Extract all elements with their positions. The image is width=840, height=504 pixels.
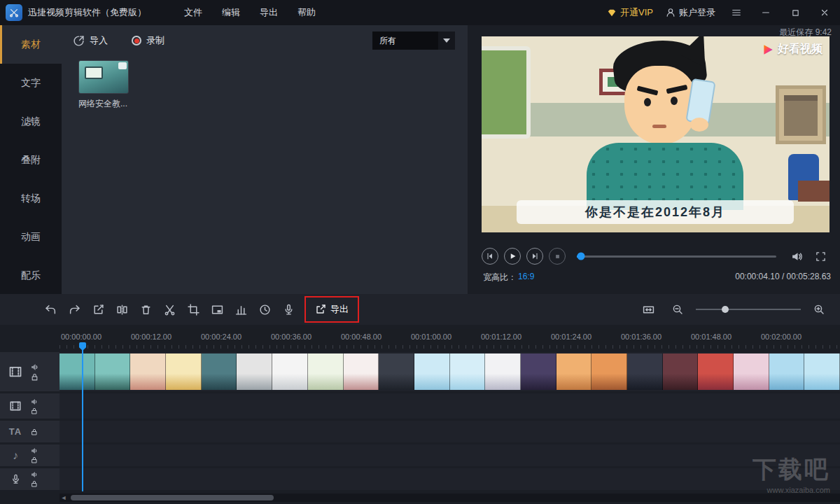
seek-slider[interactable] <box>577 255 776 258</box>
timeline-clip-thumbnail[interactable] <box>272 354 308 390</box>
film-icon <box>0 400 31 412</box>
fullscreen-button[interactable] <box>811 245 830 267</box>
text-track-header[interactable]: TA <box>0 421 59 442</box>
music-track-lane[interactable] <box>59 444 840 466</box>
timeline-clip-thumbnail[interactable] <box>414 354 450 390</box>
redo-button[interactable] <box>63 298 85 321</box>
text-track-lane[interactable] <box>59 421 840 442</box>
hamburger-menu-button[interactable] <box>728 4 745 21</box>
timeline-clip-thumbnail[interactable] <box>59 354 95 390</box>
timeline-clip-thumbnail[interactable] <box>556 354 592 390</box>
next-frame-button[interactable] <box>526 248 543 265</box>
delete-clip-button[interactable] <box>134 298 157 321</box>
sidebar-item-text[interactable]: 文字 <box>0 64 62 102</box>
aspect-ratio-value[interactable]: 16:9 <box>518 272 534 284</box>
stats-button[interactable] <box>230 298 252 321</box>
trim-clip-button[interactable] <box>158 298 181 321</box>
split-clip-button[interactable] <box>111 298 133 321</box>
diamond-icon <box>607 8 617 18</box>
zoom-in-button[interactable] <box>808 298 830 321</box>
timeline-clip-thumbnail[interactable] <box>521 354 556 390</box>
video-track-header[interactable] <box>0 352 59 391</box>
maximize-button[interactable] <box>787 4 804 21</box>
voiceover-button[interactable] <box>277 298 300 321</box>
timeline-clip-thumbnail[interactable] <box>769 354 805 390</box>
timeline-clip-thumbnail[interactable] <box>237 354 272 390</box>
timeline-clip-thumbnail[interactable] <box>592 354 627 390</box>
media-filter-dropdown[interactable]: 所有 <box>372 31 455 50</box>
track-mute-icon[interactable] <box>31 363 38 371</box>
fit-timeline-button[interactable] <box>637 298 659 321</box>
timeline-clip-thumbnail[interactable] <box>308 354 344 390</box>
track-mute-icon[interactable] <box>31 398 38 405</box>
login-button[interactable]: 账户登录 <box>666 6 715 19</box>
import-label: 导入 <box>90 34 108 47</box>
scene-shape <box>690 118 708 132</box>
video-track-lane[interactable] <box>59 352 840 391</box>
sidebar-item-music[interactable]: 配乐 <box>0 256 62 295</box>
vip-button[interactable]: 开通VIP <box>607 6 653 19</box>
overlay-track-header[interactable] <box>0 393 59 419</box>
timeline-clip-thumbnail[interactable] <box>95 354 131 390</box>
timeline-zoom-tools <box>637 298 840 321</box>
export-button[interactable]: 导出 <box>307 299 357 320</box>
sidebar-item-transition[interactable]: 转场 <box>0 179 62 218</box>
menu-help[interactable]: 帮助 <box>288 1 326 24</box>
timeline-clip-thumbnail[interactable] <box>344 354 379 390</box>
music-track-header[interactable]: ♪ <box>0 444 59 466</box>
menu-edit[interactable]: 编辑 <box>212 1 250 24</box>
timeline-clip-thumbnail[interactable] <box>663 354 699 390</box>
timeline-clip-thumbnail[interactable] <box>202 354 237 390</box>
record-button[interactable]: 录制 <box>132 34 164 47</box>
playhead[interactable] <box>82 342 83 491</box>
undo-button[interactable] <box>39 298 62 321</box>
track-lock-icon[interactable] <box>31 428 38 435</box>
track-lock-icon[interactable] <box>31 407 38 414</box>
video-preview[interactable]: 你是不是在2012年8月 好看视频 <box>482 36 830 232</box>
menu-file[interactable]: 文件 <box>174 1 212 24</box>
play-button[interactable] <box>504 248 521 265</box>
timeline-clip-thumbnail[interactable] <box>379 354 414 390</box>
zoom-slider[interactable] <box>696 309 801 310</box>
voice-track-header[interactable] <box>0 468 59 490</box>
timeline-clip-thumbnail[interactable] <box>450 354 486 390</box>
overlay-track-lane[interactable] <box>59 393 840 419</box>
timeline-clip-thumbnail[interactable] <box>485 354 521 390</box>
media-item[interactable]: 网络安全教... <box>78 60 132 110</box>
volume-button[interactable] <box>788 245 806 267</box>
crop-button[interactable] <box>182 298 204 321</box>
minimize-button[interactable] <box>757 4 774 21</box>
playhead-handle[interactable] <box>79 342 86 351</box>
sidebar-item-animation[interactable]: 动画 <box>0 218 62 256</box>
track-mute-icon[interactable] <box>31 471 38 478</box>
stop-button[interactable] <box>549 248 566 265</box>
scrollbar-thumb[interactable] <box>71 495 274 500</box>
duration-button[interactable] <box>253 298 276 321</box>
voice-track-lane[interactable] <box>59 468 840 490</box>
track-lock-icon[interactable] <box>31 456 38 463</box>
timeline-clip-thumbnail[interactable] <box>130 354 166 390</box>
pip-button[interactable] <box>206 298 228 321</box>
timeline-scrollbar[interactable]: ◄ <box>59 493 840 502</box>
track-mute-icon[interactable] <box>31 447 38 454</box>
zoom-knob[interactable] <box>722 306 729 313</box>
sidebar-item-media[interactable]: 素材 <box>0 25 62 64</box>
edit-clip-button[interactable] <box>87 298 109 321</box>
track-lock-icon[interactable] <box>31 480 38 487</box>
close-button[interactable] <box>816 4 833 21</box>
timeline-clip-thumbnail[interactable] <box>734 354 769 390</box>
menu-export[interactable]: 导出 <box>250 1 288 24</box>
timeline-clip-thumbnail[interactable] <box>698 354 734 390</box>
timeline-ruler[interactable]: 00:00:00.0000:00:12.0000:00:24.0000:00:3… <box>59 329 840 349</box>
track-lock-icon[interactable] <box>31 373 38 381</box>
timeline-clip-thumbnail[interactable] <box>627 354 663 390</box>
timeline-clip-thumbnail[interactable] <box>166 354 202 390</box>
seek-knob[interactable] <box>577 253 584 260</box>
zoom-out-button[interactable] <box>666 298 689 321</box>
prev-frame-button[interactable] <box>482 248 498 265</box>
import-button[interactable]: 导入 <box>73 34 108 47</box>
timeline-clip-thumbnail[interactable] <box>804 354 840 390</box>
scroll-left-arrow[interactable]: ◄ <box>59 494 68 501</box>
sidebar-item-filter[interactable]: 滤镜 <box>0 102 62 141</box>
sidebar-item-overlay[interactable]: 叠附 <box>0 141 62 179</box>
